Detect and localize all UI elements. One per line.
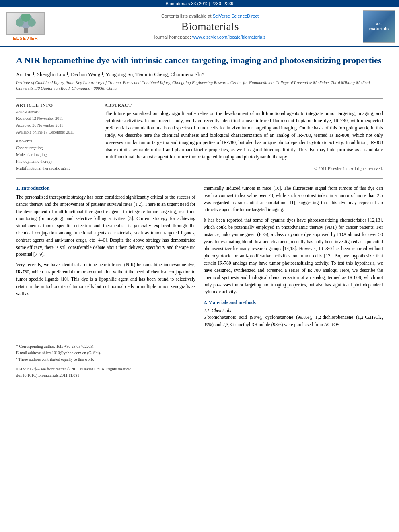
elsevier-brand-text: ELSEVIER [13, 36, 38, 41]
available-date: Available online 17 December 2011 [16, 129, 97, 136]
elsevier-logo: ELSEVIER [4, 12, 52, 41]
copyright-line: © 2011 Elsevier Ltd. All rights reserved… [105, 164, 383, 171]
doi-line: doi:10.1016/j.biomaterials.2011.11.081 [16, 372, 383, 379]
journal-header: ELSEVIER Contents lists available at Sci… [0, 7, 399, 47]
intro-para1: The personalized therapeutic strategy ha… [16, 194, 195, 258]
article-info-panel: ARTICLE INFO Article history: Received 1… [16, 103, 97, 172]
keywords-list: Cancer targeting Molecular imaging Photo… [16, 144, 97, 172]
footnote-area: * Corresponding author. Tel.: +86 23 654… [16, 340, 383, 379]
journal-center: Contents lists available at SciVerse Sci… [57, 14, 363, 39]
history-group: Article history: Received 12 November 20… [16, 110, 97, 136]
accepted-date: Accepted 26 November 2011 [16, 122, 97, 129]
email-line: E-mail address: shicm1010@yahoo.com.cn (… [16, 350, 383, 356]
keyword-4: Multifunctional theranostic agent [16, 165, 97, 172]
issn-line: 0142-9612/$ – see front matter © 2011 El… [16, 366, 383, 372]
keyword-3: Photodynamic therapy [16, 158, 97, 165]
abstract-panel: ABSTRACT The future personalized oncolog… [105, 103, 383, 172]
affiliation: Institute of Combined Injury, State Key … [16, 80, 383, 92]
top-bar: Biomaterials 33 (2012) 2230–2239 [0, 0, 399, 7]
elsevier-tree-icon [12, 14, 40, 34]
intro-heading: 1. Introduction [16, 185, 195, 191]
history-label: Article history: [16, 110, 97, 114]
journal-thumb-label: Bio materials [369, 23, 389, 31]
abstract-label: ABSTRACT [105, 103, 383, 107]
journal-citation: Biomaterials 33 (2012) 2230–2239 [166, 1, 234, 6]
authors-line: Xu Tan ¹, Shenglin Luo ¹, Dechun Wang ¹,… [16, 71, 383, 78]
intro-para2: Very recently, we have identified a uniq… [16, 261, 195, 297]
journal-homepage: journal homepage: www.elsevier.com/locat… [57, 35, 363, 39]
article-info-label: ARTICLE INFO [16, 103, 97, 107]
body-right-col: chemically induced tumors in mice [10]. … [204, 185, 383, 332]
body-columns: 1. Introduction The personalized therape… [16, 185, 383, 332]
journal-thumbnail: Bio materials [363, 10, 395, 43]
keyword-1: Cancer targeting [16, 144, 97, 151]
equal-contrib: ¹ These authors contributed equally to t… [16, 356, 383, 363]
sciverse-link[interactable]: SciVerse ScienceDirect [213, 14, 259, 18]
homepage-label: journal homepage: [154, 35, 191, 39]
body-left-col: 1. Introduction The personalized therape… [16, 185, 195, 332]
section-divider [16, 178, 383, 179]
chemicals-text: 6-bromohexanoic acid (98%), cyclohexanon… [204, 314, 383, 329]
chemicals-heading: 2.1. Chemicals [204, 308, 383, 313]
right-para2: It has been reported that some of cyanin… [204, 217, 383, 296]
received-date: Received 12 November 2011 [16, 115, 97, 122]
logo-image [6, 12, 45, 35]
info-abstract-row: ARTICLE INFO Article history: Received 1… [16, 98, 383, 172]
journal-name-display: Biomaterials [57, 20, 363, 33]
keyword-2: Molecular imaging [16, 151, 97, 158]
sciverse-line: Contents lists available at SciVerse Sci… [57, 14, 363, 18]
abstract-text: The future personalized oncology signifi… [105, 110, 383, 160]
homepage-url: www.elsevier.com/locate/biomaterials [192, 35, 265, 39]
methods-heading: 2. Materials and methods [204, 300, 383, 306]
article-content: A NIR heptamethine dye with intrinsic ca… [0, 47, 399, 387]
keywords-label: Keywords: [16, 139, 97, 143]
article-title: A NIR heptamethine dye with intrinsic ca… [16, 55, 383, 66]
corresponding-author: * Corresponding author. Tel.: +86 23 654… [16, 343, 383, 350]
right-para1: chemically induced tumors in mice [10]. … [204, 185, 383, 214]
sciverse-prefix: Contents lists available at [161, 14, 212, 18]
keywords-group: Keywords: Cancer targeting Molecular ima… [16, 139, 97, 172]
